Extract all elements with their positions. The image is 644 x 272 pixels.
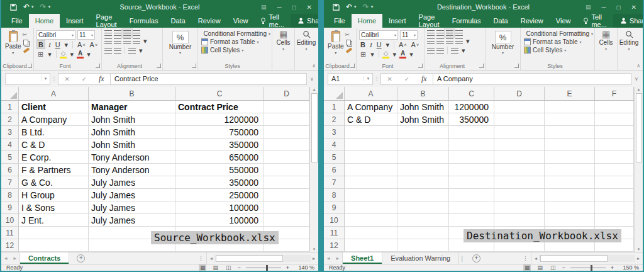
cell-D7[interactable] bbox=[264, 176, 309, 189]
cell-F2[interactable] bbox=[595, 113, 634, 126]
scroll-right-icon[interactable]: ▸ bbox=[635, 256, 641, 261]
font-size-select[interactable]: 11▾ bbox=[77, 30, 95, 40]
cell-F4[interactable] bbox=[595, 139, 634, 151]
cell-B6[interactable] bbox=[397, 164, 449, 176]
cell-E1[interactable] bbox=[545, 101, 595, 113]
column-header-F[interactable]: F bbox=[595, 87, 634, 100]
zoom-out-icon[interactable]: − bbox=[237, 264, 240, 271]
fill-color-icon[interactable]: ◇ bbox=[60, 50, 67, 59]
editing-button-label[interactable]: Editing bbox=[297, 39, 316, 46]
orientation-icon[interactable] bbox=[451, 48, 458, 54]
clipboard-dialog-launcher-icon[interactable] bbox=[350, 64, 355, 68]
cell-E5[interactable] bbox=[545, 151, 595, 164]
magnifier-icon[interactable] bbox=[303, 30, 311, 38]
vertical-scroll-thumb[interactable] bbox=[311, 93, 318, 162]
formula-bar-input[interactable]: Contract Price bbox=[111, 73, 307, 85]
borders-icon[interactable]: ⊞ bbox=[359, 50, 367, 59]
cell-C10[interactable] bbox=[449, 214, 494, 227]
cell-C5[interactable] bbox=[449, 151, 494, 164]
increase-font-icon[interactable]: A bbox=[76, 40, 86, 49]
column-header-C[interactable]: C bbox=[449, 87, 494, 100]
page-layout-view-icon[interactable]: ▤ bbox=[211, 264, 219, 271]
cell-A3[interactable]: B Ltd. bbox=[19, 126, 89, 139]
column-header-A[interactable]: A bbox=[345, 87, 397, 100]
cells-button-label[interactable]: Cells bbox=[276, 39, 290, 46]
tab-data[interactable]: Data bbox=[487, 14, 514, 28]
merge-center-icon[interactable] bbox=[455, 38, 463, 44]
font-color-dropdown-icon[interactable]: ▾ bbox=[86, 50, 92, 59]
undo-button[interactable]: ↶ bbox=[346, 3, 352, 11]
cell-C3[interactable] bbox=[449, 126, 494, 139]
font-dialog-launcher-icon[interactable] bbox=[96, 64, 100, 68]
zoom-slider-thumb[interactable] bbox=[266, 265, 268, 271]
bold-button[interactable]: B bbox=[36, 40, 45, 49]
fill-dropdown-icon[interactable]: ▾ bbox=[391, 50, 397, 59]
cell-F1[interactable] bbox=[595, 101, 634, 113]
font-dialog-launcher-icon[interactable] bbox=[418, 64, 423, 68]
underline-dropdown-icon[interactable]: ▾ bbox=[385, 40, 391, 49]
cell-D10[interactable] bbox=[264, 214, 309, 227]
horizontal-scroll-thumb[interactable] bbox=[540, 255, 608, 262]
expand-formula-bar-icon[interactable]: ∨ bbox=[307, 76, 317, 82]
cell-A6[interactable] bbox=[345, 164, 397, 176]
alignment-dialog-launcher-icon[interactable] bbox=[479, 64, 484, 68]
copy-icon[interactable] bbox=[346, 40, 351, 45]
cells-button-label[interactable]: Cells bbox=[599, 39, 613, 46]
cell-E8[interactable] bbox=[545, 189, 595, 201]
align-center-icon[interactable] bbox=[114, 38, 121, 44]
alignment-dialog-launcher-icon[interactable] bbox=[157, 64, 161, 68]
formula-bar-grip[interactable]: ⋮ bbox=[373, 76, 380, 82]
cell-C2[interactable]: 350000 bbox=[449, 113, 494, 126]
font-name-select[interactable]: Calibri▾ bbox=[359, 30, 398, 40]
cell-B9[interactable] bbox=[397, 201, 449, 214]
prev-sheet-icon[interactable]: ◂ bbox=[324, 252, 333, 264]
sheetbar-grip[interactable]: ⋮ bbox=[520, 252, 531, 264]
font-size-select[interactable]: 11▾ bbox=[400, 30, 418, 40]
decrease-indent-icon[interactable] bbox=[104, 48, 112, 54]
column-header-D[interactable]: D bbox=[494, 87, 545, 100]
cell-D6[interactable] bbox=[264, 164, 309, 176]
row-header-9[interactable]: 9 bbox=[1, 201, 19, 214]
cell-B12[interactable] bbox=[397, 239, 449, 252]
cell-E2[interactable] bbox=[545, 113, 595, 126]
decrease-font-icon[interactable]: A bbox=[89, 40, 99, 49]
row-header-10[interactable]: 10 bbox=[1, 214, 19, 227]
cell-D5[interactable] bbox=[494, 151, 545, 164]
save-icon[interactable] bbox=[333, 4, 340, 11]
cell-A7[interactable] bbox=[345, 176, 397, 189]
zoom-slider[interactable] bbox=[246, 268, 281, 268]
maximize-button[interactable]: □ bbox=[617, 4, 621, 11]
horizontal-scroll-thumb[interactable] bbox=[216, 255, 283, 262]
cell-A4[interactable] bbox=[345, 139, 397, 151]
minimize-button[interactable]: ─ bbox=[277, 4, 281, 11]
tab-review[interactable]: Review bbox=[192, 14, 227, 28]
underline-button[interactable]: U bbox=[54, 40, 62, 49]
align-top-icon[interactable] bbox=[104, 30, 112, 36]
cell-A9[interactable]: I & Sons bbox=[19, 201, 89, 214]
align-top-icon[interactable] bbox=[427, 30, 435, 36]
vertical-scrollbar[interactable]: ▴ ▾ bbox=[634, 87, 643, 252]
tab-file[interactable]: File bbox=[5, 14, 29, 28]
increase-indent-icon[interactable] bbox=[436, 48, 444, 54]
cut-icon[interactable]: ✂ bbox=[345, 31, 352, 38]
cell-B4[interactable] bbox=[397, 139, 449, 151]
merge-center-icon[interactable] bbox=[133, 38, 140, 44]
cell-styles-button[interactable]: Cell Styles ▾ bbox=[524, 47, 593, 54]
column-header-B[interactable]: B bbox=[89, 87, 175, 100]
cell-D9[interactable] bbox=[494, 201, 545, 214]
cell-A9[interactable] bbox=[345, 201, 397, 214]
paste-dropdown-icon[interactable]: ▾ bbox=[335, 50, 336, 55]
cell-F10[interactable] bbox=[595, 214, 634, 227]
italic-button[interactable]: I bbox=[47, 40, 52, 49]
row-header-1[interactable]: 1 bbox=[324, 101, 345, 113]
formula-bar-grip[interactable]: ⋮ bbox=[50, 76, 58, 82]
enter-icon[interactable]: ✓ bbox=[404, 76, 409, 82]
wrap-text-icon[interactable] bbox=[133, 30, 140, 36]
cell-F5[interactable] bbox=[595, 151, 634, 164]
borders-dropdown-icon[interactable]: ▾ bbox=[47, 50, 53, 59]
next-sheet-icon[interactable]: ▸ bbox=[333, 252, 343, 264]
format-painter-icon[interactable] bbox=[345, 47, 352, 53]
paste-button[interactable]: Paste ▾ bbox=[3, 30, 23, 62]
align-left-icon[interactable] bbox=[104, 38, 112, 44]
tell-me-box[interactable]: Tell me... bbox=[254, 14, 290, 28]
